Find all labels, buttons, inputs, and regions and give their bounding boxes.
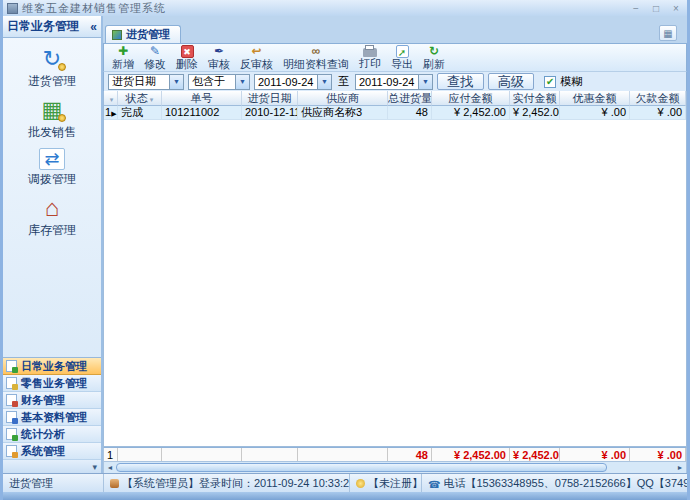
undo-arrow-icon: ↩ bbox=[251, 45, 261, 58]
key-icon bbox=[356, 479, 365, 488]
filter-field-select[interactable]: 进货日期 ▼ bbox=[108, 74, 184, 90]
tab-purchase-management[interactable]: 进货管理 bbox=[105, 25, 181, 43]
unaudit-button[interactable]: ↩ 反审核 bbox=[236, 44, 277, 72]
column-header-total-qty[interactable]: 总进货量 bbox=[388, 91, 432, 106]
summary-total-payable: ¥ 2,452.00 bbox=[432, 448, 510, 461]
window-title: 维客五金建材销售管理系统 bbox=[22, 1, 166, 16]
check-icon: ✔ bbox=[546, 76, 554, 87]
sidebar-shortcuts: ↻ 进货管理 ▦ 批发销售 ⇄ 调拨管理 ⌂ 库存管理 bbox=[3, 38, 101, 357]
find-button[interactable]: 查找 bbox=[437, 73, 484, 90]
nav-item-system[interactable]: 系统管理 bbox=[3, 443, 101, 460]
login-text: 【系统管理员】登录时间：2011-09-24 10:33:22(星期六) bbox=[122, 476, 350, 491]
tab-list-button[interactable]: ▦ bbox=[659, 25, 677, 41]
toolbar: ✚ 新增 ✎ 修改 ✖ 删除 ✒ 审核 ↩ 反审核 bbox=[103, 43, 687, 72]
status-register: 【未注册】 bbox=[350, 474, 422, 492]
nav-item-basic-data[interactable]: 基本资料管理 bbox=[3, 409, 101, 426]
date-value: 2011-09-24 bbox=[356, 76, 418, 88]
cell-payable: ¥ 2,452.00 bbox=[432, 106, 510, 120]
horizontal-scrollbar[interactable]: ◄ ► bbox=[103, 462, 687, 473]
shortcut-label: 调拨管理 bbox=[28, 171, 76, 188]
chevron-down-icon: ▼ bbox=[169, 75, 183, 89]
nav-item-statistics[interactable]: 统计分析 bbox=[3, 426, 101, 443]
delete-button[interactable]: ✖ 删除 bbox=[172, 44, 202, 72]
app-icon bbox=[7, 3, 18, 14]
column-header-discount[interactable]: 优惠金额 bbox=[560, 91, 630, 106]
cell-total-qty: 48 bbox=[388, 106, 432, 120]
column-header-arrears[interactable]: 欠款金额 bbox=[630, 91, 686, 106]
doc-icon bbox=[6, 394, 17, 406]
column-header-purchase-date[interactable]: 进货日期 bbox=[242, 91, 298, 106]
module-label: 进货管理 bbox=[9, 476, 53, 491]
column-header-supplier[interactable]: 供应商 bbox=[298, 91, 388, 106]
date-to-picker[interactable]: 2011-09-24 ▼ bbox=[355, 74, 433, 90]
cell-paid: ¥ 2,452.00 bbox=[510, 106, 560, 120]
column-header-payable[interactable]: 应付金额 bbox=[432, 91, 510, 106]
nav-item-daily-business[interactable]: 日常业务管理 bbox=[3, 358, 101, 375]
fuzzy-checkbox[interactable]: ✔ bbox=[544, 76, 556, 88]
button-label: 导出 bbox=[391, 58, 413, 71]
filter-operator-select[interactable]: 包含于 ▼ bbox=[188, 74, 250, 90]
summary-total-arrears: ¥ .00 bbox=[630, 448, 686, 461]
column-header-paid[interactable]: 实付金额 bbox=[510, 91, 560, 106]
delete-icon: ✖ bbox=[181, 45, 194, 58]
shortcut-purchase[interactable]: ↻ 进货管理 bbox=[28, 46, 76, 90]
scroll-left-icon[interactable]: ◄ bbox=[104, 462, 116, 473]
print-button[interactable]: 打印 bbox=[355, 44, 385, 71]
audit-button[interactable]: ✒ 审核 bbox=[204, 44, 234, 72]
restore-button[interactable]: □ bbox=[649, 3, 663, 14]
binoculars-icon: ∞ bbox=[312, 45, 321, 58]
grid-empty-area bbox=[104, 120, 686, 446]
button-label: 审核 bbox=[208, 58, 230, 71]
shortcut-label: 进货管理 bbox=[28, 73, 76, 90]
grid-icon: ▦ bbox=[663, 28, 672, 39]
tab-label: 进货管理 bbox=[126, 27, 170, 42]
button-label: 刷新 bbox=[423, 58, 445, 71]
close-button[interactable]: × bbox=[669, 3, 683, 14]
doc-icon bbox=[6, 428, 17, 440]
date-from-picker[interactable]: 2011-09-24 ▼ bbox=[254, 74, 332, 90]
table-row[interactable]: 1▶ 完成 101211002 2010-12-11 供应商名称3 48 ¥ 2… bbox=[104, 106, 686, 120]
sidebar-header: 日常业务管理 « bbox=[3, 16, 101, 38]
summary-total-qty: 48 bbox=[388, 448, 432, 461]
doc-icon bbox=[6, 411, 17, 423]
shortcut-wholesale[interactable]: ▦ 批发销售 bbox=[28, 97, 76, 141]
summary-empty bbox=[118, 448, 162, 461]
house-icon: ⌂ bbox=[37, 195, 67, 221]
doc-icon bbox=[6, 445, 17, 457]
summary-row-count: 1 bbox=[104, 448, 118, 461]
minimize-button[interactable]: − bbox=[629, 3, 643, 14]
register-text: 【未注册】 bbox=[368, 476, 422, 491]
chevron-down-icon: ▾ bbox=[92, 462, 97, 472]
purchase-grid: ▾ 状态▾ 单号 进货日期 供应商 总进货量 应付金额 实付金额 优惠金额 欠款… bbox=[103, 91, 687, 447]
column-header-order-no[interactable]: 单号 bbox=[162, 91, 242, 106]
date-value: 2011-09-24 bbox=[255, 76, 317, 88]
nav-item-finance[interactable]: 财务管理 bbox=[3, 392, 101, 409]
user-icon bbox=[110, 479, 119, 488]
new-button[interactable]: ✚ 新增 bbox=[108, 44, 138, 72]
scrollbar-track[interactable] bbox=[116, 463, 674, 472]
filter-mark-icon: ▾ bbox=[110, 96, 114, 103]
detail-query-button[interactable]: ∞ 明细资料查询 bbox=[279, 44, 353, 72]
chevron-down-icon: ▼ bbox=[235, 75, 249, 89]
button-label: 删除 bbox=[176, 58, 198, 71]
collapse-icon[interactable]: « bbox=[90, 20, 97, 34]
column-header-status[interactable]: 状态▾ bbox=[118, 91, 162, 106]
edit-button[interactable]: ✎ 修改 bbox=[140, 44, 170, 72]
summary-row: 1 48 ¥ 2,452.00 ¥ 2,452.00 ¥ .00 ¥ .00 bbox=[103, 447, 687, 462]
wholesale-icon: ▦ bbox=[37, 97, 67, 123]
cell-arrears: ¥ .00 bbox=[630, 106, 686, 120]
shortcut-inventory[interactable]: ⌂ 库存管理 bbox=[28, 195, 76, 239]
app-window: 维客五金建材销售管理系统 − □ × 日常业务管理 « ↻ 进货管理 ▦ 批发销… bbox=[0, 0, 690, 500]
column-header-indicator[interactable]: ▾ bbox=[104, 91, 118, 106]
button-label: 打印 bbox=[359, 57, 381, 70]
button-label: 修改 bbox=[144, 58, 166, 71]
scrollbar-thumb[interactable] bbox=[116, 463, 607, 472]
scroll-right-icon[interactable]: ► bbox=[674, 462, 686, 473]
shortcut-transfer[interactable]: ⇄ 调拨管理 bbox=[28, 148, 76, 188]
export-button[interactable]: ➚ 导出 bbox=[387, 44, 417, 72]
nav-overflow-strip[interactable]: ▾ bbox=[3, 460, 101, 473]
refresh-button[interactable]: ↻ 刷新 bbox=[419, 44, 449, 72]
nav-item-retail-business[interactable]: 零售业务管理 bbox=[3, 375, 101, 392]
filter-bar: 进货日期 ▼ 包含于 ▼ 2011-09-24 ▼ 至 2011-09-24 ▼… bbox=[103, 72, 687, 91]
advanced-button[interactable]: 高级 bbox=[488, 73, 535, 90]
